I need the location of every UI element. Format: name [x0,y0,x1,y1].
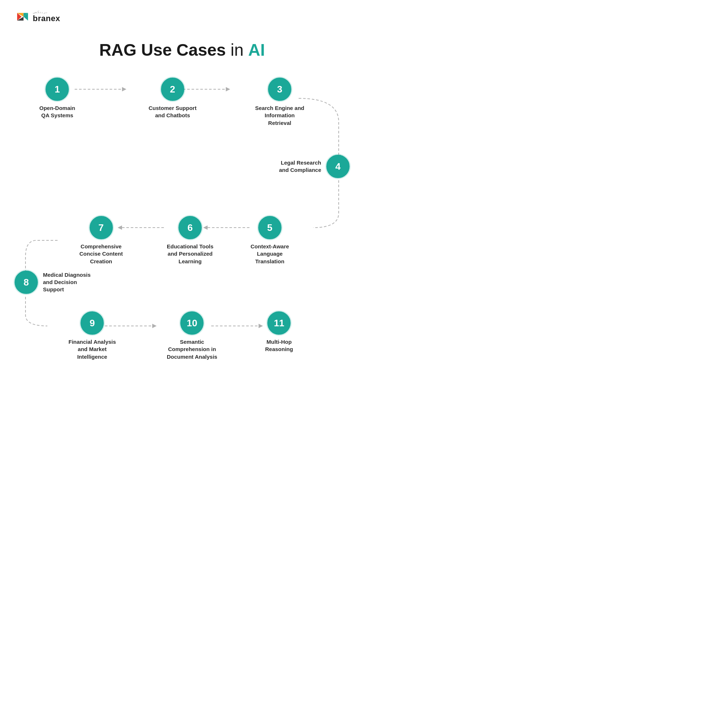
circle-9: 9 [81,311,104,335]
label-8: Medical Diagnosisand Decision Support [43,271,94,294]
node-2: 2 Customer Supportand Chatbots [148,78,197,119]
label-6: Educational Toolsand PersonalizedLearnin… [167,243,213,265]
svg-marker-8 [226,87,230,92]
circle-1: 1 [46,78,69,101]
svg-marker-16 [152,324,157,328]
label-2: Customer Supportand Chatbots [148,104,197,119]
label-1: Open-DomainQA Systems [39,104,75,119]
label-9: Financial Analysisand MarketIntelligence [69,338,116,361]
label-10: SemanticComprehension inDocument Analysi… [167,338,217,361]
label-3: Search Engine andInformation Retrieval [254,104,305,127]
svg-marker-6 [122,87,126,92]
node-3: 3 Search Engine andInformation Retrieval [254,78,305,127]
title-ai: AI [248,40,265,60]
label-5: Context-AwareLanguageTranslation [251,243,289,265]
node-1: 1 Open-DomainQA Systems [39,78,75,119]
label-7: ComprehensiveConcise ContentCreation [80,243,123,265]
svg-marker-18 [258,324,263,328]
branex-logo-icon [15,10,31,23]
circle-3: 3 [268,78,291,101]
label-4: Legal Researchand Compliance [279,159,321,174]
flow-diagram: 1 Open-DomainQA Systems 2 Customer Suppo… [15,75,350,352]
label-11: Multi-HopReasoning [265,338,293,353]
page-wrapper: برینکس branex RAG Use Cases in AI [0,0,364,373]
logo-text: branex [33,14,60,23]
title-light: in [231,40,248,60]
circle-7: 7 [90,216,113,239]
node-11: 11 Multi-HopReasoning [265,311,293,353]
node-9: 9 Financial Analysisand MarketIntelligen… [69,311,116,361]
logo: برینکس branex [15,10,60,23]
circle-4: 4 [326,155,350,178]
node-8: 8 Medical Diagnosisand Decision Support [15,271,94,294]
page-title: RAG Use Cases in AI [15,40,350,60]
node-10: 10 SemanticComprehension inDocument Anal… [167,311,217,361]
node-5: 5 Context-AwareLanguageTranslation [251,216,289,265]
circle-8: 8 [15,271,38,294]
circle-11: 11 [267,311,291,335]
circle-6: 6 [179,216,202,239]
circle-5: 5 [258,216,281,239]
node-4: 4 Legal Researchand Compliance [279,155,350,178]
title-bold: RAG Use Cases [99,40,226,60]
node-6: 6 Educational Toolsand PersonalizedLearn… [167,216,213,265]
circle-10: 10 [180,311,203,335]
node-7: 7 ComprehensiveConcise ContentCreation [80,216,123,265]
circle-2: 2 [161,78,184,101]
